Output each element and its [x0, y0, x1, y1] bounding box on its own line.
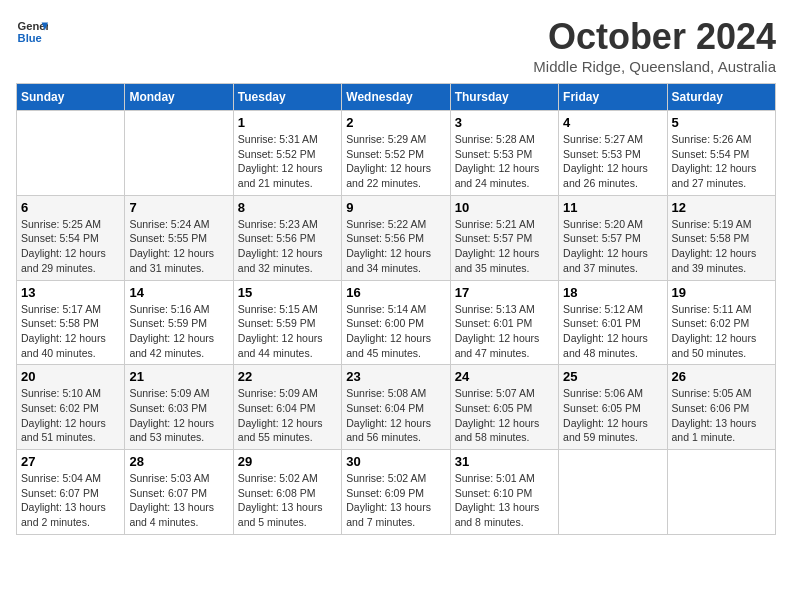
calendar-week-2: 6Sunrise: 5:25 AMSunset: 5:54 PMDaylight… — [17, 195, 776, 280]
day-number: 27 — [21, 454, 120, 469]
calendar-cell: 22Sunrise: 5:09 AMSunset: 6:04 PMDayligh… — [233, 365, 341, 450]
day-number: 4 — [563, 115, 662, 130]
calendar-cell: 11Sunrise: 5:20 AMSunset: 5:57 PMDayligh… — [559, 195, 667, 280]
day-number: 26 — [672, 369, 771, 384]
calendar-cell — [17, 111, 125, 196]
calendar-week-4: 20Sunrise: 5:10 AMSunset: 6:02 PMDayligh… — [17, 365, 776, 450]
day-header-sunday: Sunday — [17, 84, 125, 111]
day-number: 22 — [238, 369, 337, 384]
calendar-table: SundayMondayTuesdayWednesdayThursdayFrid… — [16, 83, 776, 535]
calendar-week-3: 13Sunrise: 5:17 AMSunset: 5:58 PMDayligh… — [17, 280, 776, 365]
day-detail: Sunrise: 5:21 AMSunset: 5:57 PMDaylight:… — [455, 217, 554, 276]
day-number: 13 — [21, 285, 120, 300]
calendar-cell: 27Sunrise: 5:04 AMSunset: 6:07 PMDayligh… — [17, 450, 125, 535]
day-number: 6 — [21, 200, 120, 215]
day-detail: Sunrise: 5:09 AMSunset: 6:04 PMDaylight:… — [238, 386, 337, 445]
calendar-cell: 1Sunrise: 5:31 AMSunset: 5:52 PMDaylight… — [233, 111, 341, 196]
calendar-cell: 7Sunrise: 5:24 AMSunset: 5:55 PMDaylight… — [125, 195, 233, 280]
day-detail: Sunrise: 5:03 AMSunset: 6:07 PMDaylight:… — [129, 471, 228, 530]
day-number: 18 — [563, 285, 662, 300]
calendar-cell: 2Sunrise: 5:29 AMSunset: 5:52 PMDaylight… — [342, 111, 450, 196]
day-detail: Sunrise: 5:24 AMSunset: 5:55 PMDaylight:… — [129, 217, 228, 276]
day-number: 15 — [238, 285, 337, 300]
header: General Blue October 2024 Middle Ridge, … — [16, 16, 776, 75]
calendar-cell: 30Sunrise: 5:02 AMSunset: 6:09 PMDayligh… — [342, 450, 450, 535]
calendar-cell: 23Sunrise: 5:08 AMSunset: 6:04 PMDayligh… — [342, 365, 450, 450]
day-detail: Sunrise: 5:08 AMSunset: 6:04 PMDaylight:… — [346, 386, 445, 445]
calendar-cell: 26Sunrise: 5:05 AMSunset: 6:06 PMDayligh… — [667, 365, 775, 450]
day-detail: Sunrise: 5:02 AMSunset: 6:08 PMDaylight:… — [238, 471, 337, 530]
calendar-cell: 19Sunrise: 5:11 AMSunset: 6:02 PMDayligh… — [667, 280, 775, 365]
day-number: 12 — [672, 200, 771, 215]
calendar-cell: 10Sunrise: 5:21 AMSunset: 5:57 PMDayligh… — [450, 195, 558, 280]
day-detail: Sunrise: 5:31 AMSunset: 5:52 PMDaylight:… — [238, 132, 337, 191]
day-detail: Sunrise: 5:27 AMSunset: 5:53 PMDaylight:… — [563, 132, 662, 191]
calendar-cell — [667, 450, 775, 535]
day-detail: Sunrise: 5:26 AMSunset: 5:54 PMDaylight:… — [672, 132, 771, 191]
day-number: 1 — [238, 115, 337, 130]
calendar-cell: 5Sunrise: 5:26 AMSunset: 5:54 PMDaylight… — [667, 111, 775, 196]
day-detail: Sunrise: 5:17 AMSunset: 5:58 PMDaylight:… — [21, 302, 120, 361]
day-detail: Sunrise: 5:14 AMSunset: 6:00 PMDaylight:… — [346, 302, 445, 361]
day-detail: Sunrise: 5:07 AMSunset: 6:05 PMDaylight:… — [455, 386, 554, 445]
day-number: 23 — [346, 369, 445, 384]
calendar-cell: 25Sunrise: 5:06 AMSunset: 6:05 PMDayligh… — [559, 365, 667, 450]
calendar-cell: 28Sunrise: 5:03 AMSunset: 6:07 PMDayligh… — [125, 450, 233, 535]
day-detail: Sunrise: 5:02 AMSunset: 6:09 PMDaylight:… — [346, 471, 445, 530]
day-header-thursday: Thursday — [450, 84, 558, 111]
calendar-cell: 31Sunrise: 5:01 AMSunset: 6:10 PMDayligh… — [450, 450, 558, 535]
calendar-cell: 12Sunrise: 5:19 AMSunset: 5:58 PMDayligh… — [667, 195, 775, 280]
day-number: 8 — [238, 200, 337, 215]
calendar-cell: 6Sunrise: 5:25 AMSunset: 5:54 PMDaylight… — [17, 195, 125, 280]
day-number: 30 — [346, 454, 445, 469]
day-detail: Sunrise: 5:05 AMSunset: 6:06 PMDaylight:… — [672, 386, 771, 445]
calendar-cell: 13Sunrise: 5:17 AMSunset: 5:58 PMDayligh… — [17, 280, 125, 365]
day-detail: Sunrise: 5:29 AMSunset: 5:52 PMDaylight:… — [346, 132, 445, 191]
day-detail: Sunrise: 5:20 AMSunset: 5:57 PMDaylight:… — [563, 217, 662, 276]
calendar-cell: 9Sunrise: 5:22 AMSunset: 5:56 PMDaylight… — [342, 195, 450, 280]
day-number: 21 — [129, 369, 228, 384]
day-detail: Sunrise: 5:25 AMSunset: 5:54 PMDaylight:… — [21, 217, 120, 276]
day-header-saturday: Saturday — [667, 84, 775, 111]
day-header-friday: Friday — [559, 84, 667, 111]
day-number: 3 — [455, 115, 554, 130]
day-detail: Sunrise: 5:28 AMSunset: 5:53 PMDaylight:… — [455, 132, 554, 191]
day-number: 20 — [21, 369, 120, 384]
calendar-cell: 3Sunrise: 5:28 AMSunset: 5:53 PMDaylight… — [450, 111, 558, 196]
day-number: 16 — [346, 285, 445, 300]
day-detail: Sunrise: 5:09 AMSunset: 6:03 PMDaylight:… — [129, 386, 228, 445]
day-number: 9 — [346, 200, 445, 215]
calendar-week-5: 27Sunrise: 5:04 AMSunset: 6:07 PMDayligh… — [17, 450, 776, 535]
day-header-wednesday: Wednesday — [342, 84, 450, 111]
day-number: 19 — [672, 285, 771, 300]
calendar-cell: 29Sunrise: 5:02 AMSunset: 6:08 PMDayligh… — [233, 450, 341, 535]
day-number: 7 — [129, 200, 228, 215]
day-detail: Sunrise: 5:04 AMSunset: 6:07 PMDaylight:… — [21, 471, 120, 530]
day-number: 5 — [672, 115, 771, 130]
day-detail: Sunrise: 5:23 AMSunset: 5:56 PMDaylight:… — [238, 217, 337, 276]
calendar-cell: 20Sunrise: 5:10 AMSunset: 6:02 PMDayligh… — [17, 365, 125, 450]
day-detail: Sunrise: 5:22 AMSunset: 5:56 PMDaylight:… — [346, 217, 445, 276]
calendar-cell: 21Sunrise: 5:09 AMSunset: 6:03 PMDayligh… — [125, 365, 233, 450]
day-detail: Sunrise: 5:10 AMSunset: 6:02 PMDaylight:… — [21, 386, 120, 445]
location-title: Middle Ridge, Queensland, Australia — [533, 58, 776, 75]
day-number: 11 — [563, 200, 662, 215]
logo: General Blue — [16, 16, 48, 48]
calendar-cell: 24Sunrise: 5:07 AMSunset: 6:05 PMDayligh… — [450, 365, 558, 450]
month-title: October 2024 — [533, 16, 776, 58]
day-number: 29 — [238, 454, 337, 469]
day-number: 25 — [563, 369, 662, 384]
calendar-cell: 18Sunrise: 5:12 AMSunset: 6:01 PMDayligh… — [559, 280, 667, 365]
day-number: 31 — [455, 454, 554, 469]
title-area: October 2024 Middle Ridge, Queensland, A… — [533, 16, 776, 75]
day-number: 17 — [455, 285, 554, 300]
day-detail: Sunrise: 5:15 AMSunset: 5:59 PMDaylight:… — [238, 302, 337, 361]
calendar-cell: 4Sunrise: 5:27 AMSunset: 5:53 PMDaylight… — [559, 111, 667, 196]
day-detail: Sunrise: 5:12 AMSunset: 6:01 PMDaylight:… — [563, 302, 662, 361]
day-detail: Sunrise: 5:01 AMSunset: 6:10 PMDaylight:… — [455, 471, 554, 530]
day-header-tuesday: Tuesday — [233, 84, 341, 111]
day-header-monday: Monday — [125, 84, 233, 111]
day-number: 28 — [129, 454, 228, 469]
calendar-cell: 8Sunrise: 5:23 AMSunset: 5:56 PMDaylight… — [233, 195, 341, 280]
calendar-cell: 15Sunrise: 5:15 AMSunset: 5:59 PMDayligh… — [233, 280, 341, 365]
